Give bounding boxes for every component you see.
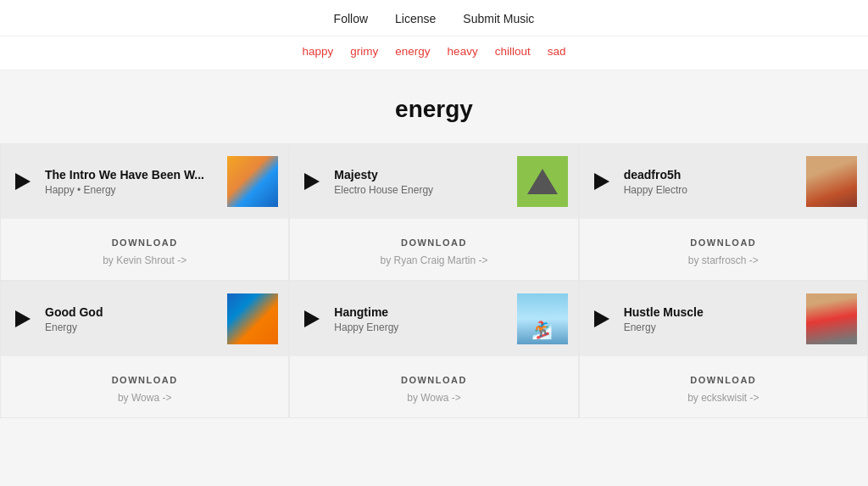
download-section-2: DOWNLOAD by Ryan Craig Martin -> xyxy=(290,219,577,280)
download-section-1: DOWNLOAD by Kevin Shrout -> xyxy=(1,219,288,280)
genre-grimy[interactable]: grimy xyxy=(350,45,378,58)
track-info-4: Good God Energy xyxy=(45,305,217,333)
download-section-5: DOWNLOAD by Wowa -> xyxy=(290,356,577,417)
download-label-2[interactable]: DOWNLOAD xyxy=(303,237,564,248)
track-genre-6: Energy xyxy=(624,321,796,333)
page-title: energy xyxy=(0,96,868,123)
track-row-5: Hangtime Happy Energy xyxy=(290,282,577,356)
artist-link-3[interactable]: by starfrosch -> xyxy=(593,254,854,266)
track-row-2: Majesty Electro House Energy xyxy=(290,144,577,219)
track-info-3: deadfro5h Happy Electro xyxy=(624,168,796,196)
nav-submit-music[interactable]: Submit Music xyxy=(463,12,534,25)
track-title-2: Majesty xyxy=(334,168,506,182)
genre-chillout[interactable]: chillout xyxy=(495,45,531,58)
track-row-3: deadfro5h Happy Electro xyxy=(580,144,867,219)
play-button-2[interactable] xyxy=(300,170,324,193)
track-title-5: Hangtime xyxy=(334,305,506,319)
music-grid: The Intro We Have Been W... Happy • Ener… xyxy=(0,143,868,418)
music-card-2: Majesty Electro House Energy DOWNLOAD by… xyxy=(289,143,578,281)
download-label-4[interactable]: DOWNLOAD xyxy=(14,375,275,385)
play-button-4[interactable] xyxy=(11,307,35,331)
music-card-3: deadfro5h Happy Electro DOWNLOAD by star… xyxy=(579,143,868,281)
play-button-6[interactable] xyxy=(590,307,614,331)
download-label-6[interactable]: DOWNLOAD xyxy=(593,375,854,385)
genre-happy[interactable]: happy xyxy=(303,45,334,58)
music-card-5: Hangtime Happy Energy DOWNLOAD by Wowa -… xyxy=(289,281,578,418)
download-section-4: DOWNLOAD by Wowa -> xyxy=(1,356,288,417)
track-info-2: Majesty Electro House Energy xyxy=(334,168,506,196)
track-genre-4: Energy xyxy=(45,321,217,333)
music-card-6: Hustle Muscle Energy DOWNLOAD by eckskwi… xyxy=(579,281,868,418)
download-label-5[interactable]: DOWNLOAD xyxy=(303,375,564,385)
download-section-3: DOWNLOAD by starfrosch -> xyxy=(580,219,867,280)
play-button-3[interactable] xyxy=(590,170,614,193)
track-info-1: The Intro We Have Been W... Happy • Ener… xyxy=(45,168,217,196)
artist-link-5[interactable]: by Wowa -> xyxy=(303,392,564,404)
download-label-3[interactable]: DOWNLOAD xyxy=(593,237,854,248)
artist-link-6[interactable]: by eckskwisit -> xyxy=(593,392,854,404)
track-genre-5: Happy Energy xyxy=(334,321,506,333)
download-section-6: DOWNLOAD by eckskwisit -> xyxy=(580,356,867,417)
genre-bar: happy grimy energy heavy chillout sad xyxy=(0,36,868,70)
track-thumbnail-4 xyxy=(227,293,278,344)
track-info-6: Hustle Muscle Energy xyxy=(624,305,796,333)
genre-heavy[interactable]: heavy xyxy=(448,45,478,58)
track-genre-1: Happy • Energy xyxy=(45,184,217,196)
genre-sad[interactable]: sad xyxy=(548,45,566,58)
track-row-1: The Intro We Have Been W... Happy • Ener… xyxy=(1,144,288,219)
artist-link-4[interactable]: by Wowa -> xyxy=(14,392,275,404)
track-row-4: Good God Energy xyxy=(1,282,288,356)
track-title-1: The Intro We Have Been W... xyxy=(45,168,217,182)
track-thumbnail-3 xyxy=(806,156,857,207)
download-label-1[interactable]: DOWNLOAD xyxy=(14,237,275,248)
nav-follow[interactable]: Follow xyxy=(334,12,368,25)
track-info-5: Hangtime Happy Energy xyxy=(334,305,506,333)
artist-link-1[interactable]: by Kevin Shrout -> xyxy=(14,254,275,266)
track-thumbnail-5 xyxy=(517,293,568,344)
play-button-5[interactable] xyxy=(300,307,324,331)
track-row-6: Hustle Muscle Energy xyxy=(580,282,867,356)
track-title-6: Hustle Muscle xyxy=(624,305,796,319)
track-thumbnail-6 xyxy=(806,293,857,344)
track-thumbnail-2 xyxy=(517,156,568,207)
track-genre-2: Electro House Energy xyxy=(334,184,506,196)
track-title-4: Good God xyxy=(45,305,217,319)
track-genre-3: Happy Electro xyxy=(624,184,796,196)
music-card-1: The Intro We Have Been W... Happy • Ener… xyxy=(0,143,289,281)
page-title-section: energy xyxy=(0,70,868,143)
artist-link-2[interactable]: by Ryan Craig Martin -> xyxy=(303,254,564,266)
music-card-4: Good God Energy DOWNLOAD by Wowa -> xyxy=(0,281,289,418)
track-thumbnail-1 xyxy=(227,156,278,207)
nav-license[interactable]: License xyxy=(395,12,436,25)
genre-energy[interactable]: energy xyxy=(395,45,430,58)
top-nav: Follow License Submit Music xyxy=(0,0,868,36)
track-title-3: deadfro5h xyxy=(624,168,796,182)
play-button-1[interactable] xyxy=(11,170,35,193)
